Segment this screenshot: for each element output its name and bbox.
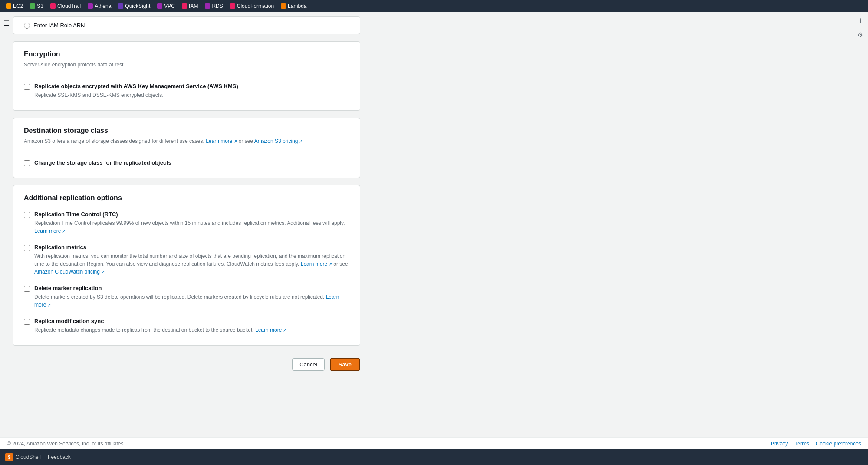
- cloudwatch-pricing-link[interactable]: Amazon CloudWatch pricing: [34, 269, 105, 275]
- metrics-checkbox[interactable]: [24, 245, 30, 251]
- nav-service-vpc[interactable]: VPC: [155, 2, 178, 10]
- rtc-learn-more-link[interactable]: Learn more: [34, 228, 66, 234]
- kms-checkbox-label: Replicate objects encrypted with AWS Key…: [34, 83, 238, 89]
- iam-role-radio[interactable]: [24, 23, 30, 29]
- athena-icon: [88, 3, 93, 9]
- replica-sync-label: Replica modification sync: [34, 318, 286, 324]
- encryption-title: Encryption: [24, 50, 349, 58]
- metrics-checkbox-item: Replication metrics With replication met…: [24, 244, 349, 276]
- quicksight-icon: [118, 3, 123, 9]
- nav-service-lambda[interactable]: Lambda: [278, 2, 309, 10]
- kms-checkbox-content: Replicate objects encrypted with AWS Key…: [34, 83, 238, 99]
- iam-role-section: Enter IAM Role ARN: [13, 16, 360, 34]
- replica-sync-learn-more-link[interactable]: Learn more: [255, 327, 286, 333]
- nav-service-ec2[interactable]: EC2: [3, 2, 26, 10]
- nav-service-iam[interactable]: IAM: [179, 2, 201, 10]
- delete-marker-desc: Delete markers created by S3 delete oper…: [34, 293, 349, 309]
- info-icon[interactable]: ℹ: [855, 16, 865, 26]
- replica-sync-desc: Replicate metadata changes made to repli…: [34, 326, 286, 334]
- destination-storage-title: Destination storage class: [24, 127, 349, 135]
- metrics-label: Replication metrics: [34, 244, 349, 251]
- ec2-icon: [6, 3, 11, 9]
- action-bar: Cancel Save: [13, 353, 360, 376]
- iam-role-option: Enter IAM Role ARN: [24, 22, 349, 29]
- destination-learn-more-link[interactable]: Learn more: [206, 138, 237, 144]
- cloudformation-icon: [230, 3, 235, 9]
- destination-storage-section: Destination storage class Amazon S3 offe…: [13, 118, 360, 178]
- storage-class-label: Change the storage class for the replica…: [34, 159, 171, 166]
- rtc-content: Replication Time Control (RTC) Replicati…: [34, 211, 349, 235]
- delete-marker-content: Delete marker replication Delete markers…: [34, 285, 349, 309]
- main-content: Enter IAM Role ARN Encryption Server-sid…: [13, 12, 360, 424]
- rtc-checkbox[interactable]: [24, 212, 30, 218]
- kms-checkbox-item: Replicate objects encrypted with AWS Key…: [24, 83, 349, 99]
- cloudtrail-icon: [50, 3, 56, 9]
- nav-service-quicksight[interactable]: QuickSight: [115, 2, 153, 10]
- right-icons: ℹ ⚙: [855, 16, 865, 40]
- storage-class-checkbox-item: Change the storage class for the replica…: [24, 159, 349, 166]
- rds-icon: [205, 3, 210, 9]
- iam-role-label: Enter IAM Role ARN: [33, 22, 85, 29]
- encryption-section: Encryption Server-side encryption protec…: [13, 41, 360, 111]
- nav-service-s3[interactable]: S3: [27, 2, 46, 10]
- metrics-desc: With replication metrics, you can monito…: [34, 252, 349, 276]
- s3-icon: [30, 3, 35, 9]
- kms-checkbox[interactable]: [24, 84, 30, 90]
- sidebar-toggle[interactable]: ☰: [0, 16, 13, 30]
- menu-icon: ☰: [3, 19, 10, 27]
- additional-options-section: Additional replication options Replicati…: [13, 185, 360, 346]
- replica-sync-checkbox-item: Replica modification sync Replicate meta…: [24, 318, 349, 334]
- iam-icon: [182, 3, 187, 9]
- nav-service-cloudtrail[interactable]: CloudTrail: [48, 2, 83, 10]
- s3-pricing-link[interactable]: Amazon S3 pricing: [254, 138, 303, 144]
- kms-checkbox-sub: Replicate SSE-KMS and DSSE-KMS encrypted…: [34, 91, 238, 99]
- delete-marker-checkbox[interactable]: [24, 286, 30, 292]
- destination-storage-desc: Amazon S3 offers a range of storage clas…: [24, 137, 349, 145]
- nav-service-athena[interactable]: Athena: [85, 2, 114, 10]
- metrics-content: Replication metrics With replication met…: [34, 244, 349, 276]
- lambda-icon: [281, 3, 286, 9]
- settings-icon[interactable]: ⚙: [855, 30, 865, 40]
- rtc-checkbox-item: Replication Time Control (RTC) Replicati…: [24, 211, 349, 235]
- nav-service-rds[interactable]: RDS: [202, 2, 225, 10]
- save-button[interactable]: Save: [330, 358, 360, 371]
- encryption-divider: [24, 76, 349, 76]
- nav-service-cloudformation[interactable]: CloudFormation: [227, 2, 276, 10]
- vpc-icon: [157, 3, 162, 9]
- cancel-button[interactable]: Cancel: [292, 358, 324, 371]
- additional-options-title: Additional replication options: [24, 194, 349, 202]
- replica-sync-content: Replica modification sync Replicate meta…: [34, 318, 286, 334]
- replica-sync-checkbox[interactable]: [24, 319, 30, 325]
- storage-divider: [24, 152, 349, 152]
- top-nav: EC2 S3 CloudTrail Athena QuickSight VPC …: [0, 0, 868, 12]
- delete-marker-label: Delete marker replication: [34, 285, 349, 291]
- metrics-learn-more-link[interactable]: Learn more: [301, 261, 332, 267]
- encryption-desc: Server-side encryption protects data at …: [24, 61, 349, 69]
- rtc-label: Replication Time Control (RTC): [34, 211, 349, 218]
- delete-marker-checkbox-item: Delete marker replication Delete markers…: [24, 285, 349, 309]
- storage-class-checkbox[interactable]: [24, 160, 30, 166]
- rtc-desc: Replication Time Control replicates 99.9…: [34, 219, 349, 235]
